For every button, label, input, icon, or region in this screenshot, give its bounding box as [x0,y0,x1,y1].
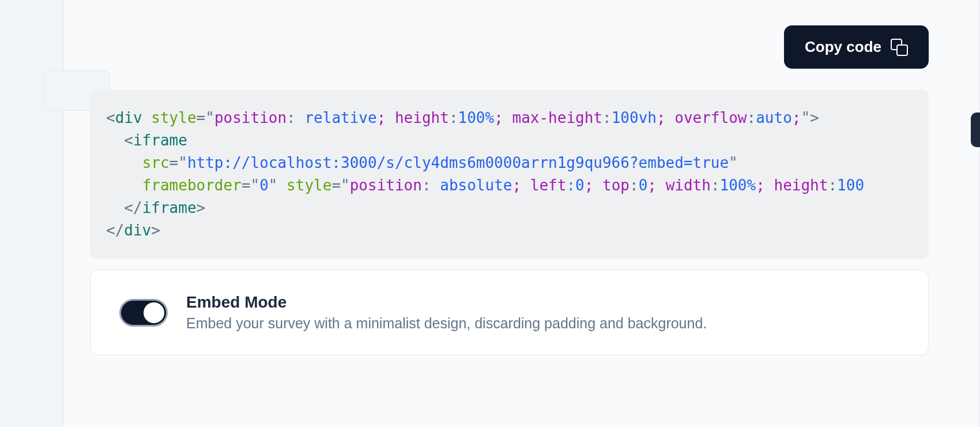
copy-icon [891,39,908,56]
embed-code-block[interactable]: <div style="position: relative; height:1… [90,89,929,259]
copy-code-button[interactable]: Copy code [784,25,929,69]
embed-mode-card: Embed Mode Embed your survey with a mini… [90,269,929,355]
embed-mode-title: Embed Mode [186,293,707,312]
toggle-knob [144,302,164,323]
embed-mode-text: Embed Mode Embed your survey with a mini… [186,293,707,332]
embed-mode-toggle[interactable] [119,299,168,327]
right-side-peek [971,113,980,147]
main-panel: Copy code <div style="position: relative… [63,0,980,427]
copy-code-label: Copy code [805,38,881,56]
embed-mode-desc: Embed your survey with a minimalist desi… [186,315,707,332]
